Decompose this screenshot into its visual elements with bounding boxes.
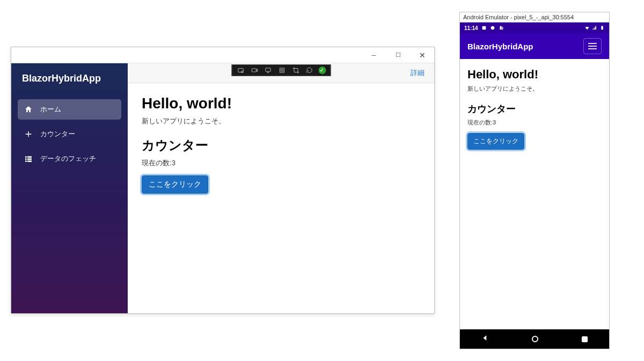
devtool-crop-icon[interactable] [291, 65, 301, 75]
status-time: 11:14 [464, 25, 478, 31]
status-app-icon [499, 25, 504, 31]
page-subtitle: 新しいアプリにようこそ。 [467, 85, 602, 93]
home-icon [24, 105, 33, 114]
svg-rect-9 [602, 26, 603, 26]
close-button[interactable]: ✕ [410, 47, 434, 63]
devtool-settings-icon[interactable] [236, 65, 246, 75]
page-title: Hello, world! [142, 95, 420, 112]
sidebar-item-label: ホーム [40, 105, 61, 114]
counter-heading: カウンター [142, 137, 420, 154]
devtool-monitor-icon[interactable] [264, 65, 273, 75]
android-page-content: Hello, world! 新しいアプリにようこそ。 カウンター 現在の数:3 … [460, 59, 609, 329]
emulator-frame: 11:14 BlazorHybridApp Hello, world! 新しいア… [459, 22, 610, 349]
app-brand: BlazorHybridApp [11, 63, 128, 97]
svg-rect-5 [281, 69, 283, 71]
maximize-button[interactable]: ☐ [386, 47, 410, 63]
android-home-button[interactable] [532, 336, 538, 342]
counter-value: 3 [172, 159, 175, 167]
topbar: 詳細 [128, 63, 434, 83]
svg-point-7 [491, 26, 494, 30]
sidebar-item-counter[interactable]: カウンター [18, 124, 121, 144]
details-link[interactable]: 詳細 [411, 68, 425, 78]
emulator-window-title: Android Emulator - pixel_5_-_api_30:5554 [459, 12, 610, 22]
devtool-check-icon[interactable] [318, 67, 326, 74]
sidebar-item-label: カウンター [40, 129, 75, 139]
sidebar-item-label: データのフェッチ [40, 154, 96, 164]
battery-icon [599, 25, 605, 31]
dev-toolbar [231, 64, 331, 76]
plus-icon [24, 130, 33, 138]
android-emulator: Android Emulator - pixel_5_-_api_30:5554… [459, 12, 610, 349]
page-content: Hello, world! 新しいアプリにようこそ。 カウンター 現在の数:3 … [128, 83, 434, 205]
devtool-frame-icon[interactable] [277, 65, 287, 75]
page-subtitle: 新しいアプリにようこそ。 [142, 116, 420, 126]
wifi-icon [584, 25, 590, 31]
android-status-bar: 11:14 [460, 23, 609, 33]
counter-display: 現在の数:3 [142, 158, 420, 168]
click-button[interactable]: ここをクリック [142, 175, 208, 194]
counter-value: 3 [493, 119, 496, 126]
android-recents-button[interactable] [582, 336, 588, 342]
counter-label: 現在の数: [467, 119, 493, 126]
status-debug-icon [490, 25, 495, 31]
list-icon [24, 154, 33, 163]
minimize-button[interactable]: ─ [362, 47, 386, 63]
hamburger-button[interactable] [583, 38, 602, 54]
counter-heading: カウンター [467, 102, 602, 115]
appbar-title: BlazorHybridApp [467, 42, 533, 51]
desktop-window: ─ ☐ ✕ BlazorHybridApp ホーム カウンター [11, 47, 435, 314]
svg-rect-8 [601, 26, 603, 30]
page-title: Hello, world! [467, 68, 602, 82]
svg-rect-6 [482, 26, 486, 30]
android-back-button[interactable] [481, 334, 489, 344]
svg-rect-2 [252, 69, 256, 72]
status-notification-icon [481, 25, 487, 31]
signal-icon [592, 25, 597, 31]
sidebar-item-home[interactable]: ホーム [18, 99, 121, 120]
click-button[interactable]: ここをクリック [467, 133, 524, 150]
android-appbar: BlazorHybridApp [460, 33, 609, 59]
android-nav-bar [460, 329, 609, 349]
sidebar-item-fetch[interactable]: データのフェッチ [18, 149, 121, 169]
window-titlebar: ─ ☐ ✕ [11, 47, 434, 63]
svg-rect-0 [238, 69, 243, 72]
devtool-camera-icon[interactable] [250, 65, 259, 75]
counter-label: 現在の数: [142, 159, 172, 167]
main-area: 詳細 Hello, world! 新しいアプリにようこそ。 カウンター 現在の数… [128, 63, 434, 313]
svg-rect-4 [280, 68, 284, 72]
svg-rect-3 [266, 68, 270, 71]
sidebar: BlazorHybridApp ホーム カウンター データのフェッチ [11, 63, 128, 313]
devtool-refresh-icon[interactable] [305, 65, 314, 75]
counter-display: 現在の数:3 [467, 119, 602, 127]
svg-point-1 [241, 71, 244, 73]
